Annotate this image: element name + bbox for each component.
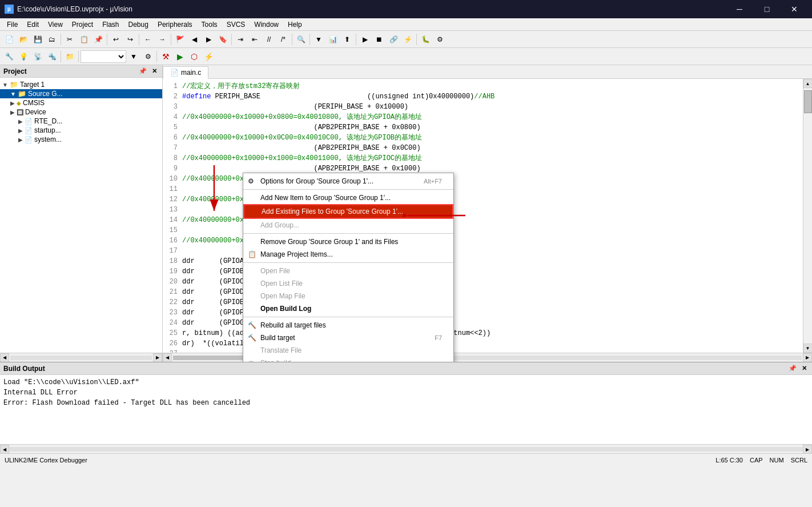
menu-debug[interactable]: Debug (124, 19, 153, 30)
ctx-label: Add Existing Files to Group 'Source Grou… (262, 207, 403, 215)
power-btn[interactable]: ⚡ (401, 33, 415, 46)
ctx-manage-project-items[interactable]: 📋 Manage Project Items... (243, 248, 453, 261)
config-btn[interactable]: ⚙ (433, 33, 447, 46)
maximize-button[interactable]: □ (754, 0, 780, 18)
indent-btn[interactable]: ⇥ (234, 33, 247, 46)
project-panel-hscroll[interactable]: ◀ ▶ (0, 353, 162, 362)
build-hscroll-right[interactable]: ▶ (803, 445, 812, 454)
target-combo[interactable]: Target 1 (81, 50, 126, 63)
bookmark-btn[interactable]: 🚩 (173, 33, 187, 46)
vscroll-down-btn[interactable]: ▼ (803, 344, 813, 353)
stop-btn[interactable]: ⏹ (372, 33, 386, 46)
menu-peripherals[interactable]: Peripherals (153, 19, 197, 30)
minimize-button[interactable]: ─ (726, 0, 753, 18)
comment-btn[interactable]: // (262, 33, 276, 46)
new-file-btn[interactable]: 📄 (2, 33, 16, 46)
close-build-btn[interactable]: ✕ (799, 364, 809, 373)
cut-btn[interactable]: ✂ (63, 33, 77, 46)
vscroll-up-btn[interactable]: ▲ (803, 79, 813, 88)
tree-item-startup[interactable]: ▶ 📄 startup... (0, 126, 162, 135)
uncomment-btn[interactable]: /* (276, 33, 290, 46)
code-vscroll[interactable]: ▲ ▼ (803, 79, 812, 353)
hscroll-right-btn[interactable]: ▶ (153, 353, 162, 362)
tree-item-rte[interactable]: ▶ 📄 RTE_D... (0, 117, 162, 126)
menu-project[interactable]: Project (67, 19, 98, 30)
tb2-btn1[interactable]: 🔧 (2, 50, 16, 63)
ctx-build-target[interactable]: 🔨 Build target F7 (243, 332, 453, 344)
close-panel-btn[interactable]: ✕ (150, 67, 159, 76)
copy-btn[interactable]: 📋 (77, 33, 91, 46)
load-btn[interactable]: ⬆ (340, 33, 354, 46)
tb2-btn4[interactable]: 🔩 (45, 50, 59, 63)
ctx-label: Open File (260, 267, 290, 275)
ctx-label: Options for Group 'Source Group 1'... (260, 177, 373, 185)
dropdown-btn[interactable]: ▼ (312, 33, 325, 46)
reg-btn[interactable]: 📊 (326, 33, 340, 46)
tree-item-device[interactable]: ▶ 🔲 Device (0, 107, 162, 117)
ctx-add-existing-files[interactable]: Add Existing Files to Group 'Source Grou… (243, 204, 453, 219)
tree-label: Target 1 (20, 81, 45, 89)
build-btn[interactable]: ⚒ (159, 50, 172, 63)
ctx-open-build-log[interactable]: Open Build Log (243, 302, 453, 315)
undo-btn[interactable]: ↩ (109, 33, 123, 46)
tab-file-icon: 📄 (170, 69, 179, 77)
search-btn[interactable]: 🔍 (294, 33, 308, 46)
save-all-btn[interactable]: 🗂 (45, 33, 59, 46)
flash-btn[interactable]: ⚡ (202, 50, 215, 63)
open-btn[interactable]: 📂 (17, 33, 30, 46)
tree-item-target1[interactable]: ▼ 📁 Target 1 (0, 80, 162, 89)
expand-icon: ▼ (2, 82, 8, 88)
tb2-btn2[interactable]: 💡 (17, 50, 30, 63)
ctx-label: Add Group... (260, 221, 299, 229)
menu-help[interactable]: Help (283, 19, 307, 30)
file-icon: 📄 (25, 136, 33, 143)
folder-icon: 📁 (10, 81, 18, 89)
run-btn[interactable]: ▶ (358, 33, 372, 46)
pin-build-btn[interactable]: 📌 (788, 364, 797, 373)
menu-flash[interactable]: Flash (98, 19, 123, 30)
tree-item-system[interactable]: ▶ 📄 system... (0, 135, 162, 144)
nav-fwd-btn[interactable]: → (155, 33, 169, 46)
menu-edit[interactable]: Edit (22, 19, 43, 30)
next-bookmark-btn[interactable]: ▶ (202, 33, 215, 46)
build-hscroll[interactable]: ◀ ▶ (0, 444, 812, 453)
debug-stop-btn[interactable]: ⬡ (187, 50, 201, 63)
debug-start-btn[interactable]: ▶ (173, 50, 187, 63)
vscroll-thumb[interactable] (804, 90, 812, 113)
build-header-controls: 📌 ✕ (788, 364, 809, 373)
connect-btn[interactable]: 🔗 (387, 33, 400, 46)
tree-item-source-group1[interactable]: ▼ 📁 Source G... (0, 89, 162, 98)
target-options-btn[interactable]: ▼ (127, 50, 140, 63)
tab-main-c[interactable]: 📄 main.c (163, 66, 208, 79)
ctx-remove-group[interactable]: Remove Group 'Source Group 1' and its Fi… (243, 235, 453, 248)
prev-bookmark-btn[interactable]: ◀ (187, 33, 201, 46)
code-hscroll-right-btn[interactable]: ▶ (803, 353, 812, 362)
save-btn[interactable]: 💾 (31, 33, 45, 46)
menu-view[interactable]: View (43, 19, 67, 30)
menu-window[interactable]: Window (250, 19, 283, 30)
menu-tools[interactable]: Tools (197, 19, 222, 30)
ctx-options-for-group[interactable]: ⚙ Options for Group 'Source Group 1'... … (243, 175, 453, 187)
redo-btn[interactable]: ↪ (123, 33, 137, 46)
target-settings-btn[interactable]: ⚙ (141, 50, 155, 63)
menu-file[interactable]: File (2, 19, 22, 30)
close-button[interactable]: ✕ (781, 0, 807, 18)
tree-item-cmsis[interactable]: ▶ ◆ CMSIS (0, 98, 162, 107)
menu-svcs[interactable]: SVCS (222, 19, 250, 30)
hscroll-left-btn[interactable]: ◀ (0, 353, 9, 362)
paste-btn[interactable]: 📌 (91, 33, 105, 46)
ctx-shortcut: Alt+F7 (424, 178, 442, 185)
nav-back-btn[interactable]: ← (141, 33, 155, 46)
unindent-btn[interactable]: ⇤ (248, 33, 262, 46)
ctx-rebuild-all[interactable]: 🔨 Rebuild all target files (243, 319, 453, 332)
dbg-btn[interactable]: 🐛 (419, 33, 432, 46)
clear-bookmarks-btn[interactable]: 🔖 (216, 33, 230, 46)
pin-panel-btn[interactable]: 📌 (138, 67, 147, 76)
ctx-add-new-item[interactable]: Add New Item to Group 'Source Group 1'..… (243, 191, 453, 204)
ctx-sep2 (243, 233, 453, 234)
tb2-btn3[interactable]: 📡 (31, 50, 45, 63)
build-hscroll-left[interactable]: ◀ (0, 445, 9, 454)
project-tree: ▼ 📁 Target 1 ▼ 📁 Source G... ▶ ◆ CMSIS ▶… (0, 78, 162, 353)
tb2-btn5[interactable]: 📁 (63, 50, 77, 63)
code-hscroll-left-btn[interactable]: ◀ (163, 353, 172, 362)
